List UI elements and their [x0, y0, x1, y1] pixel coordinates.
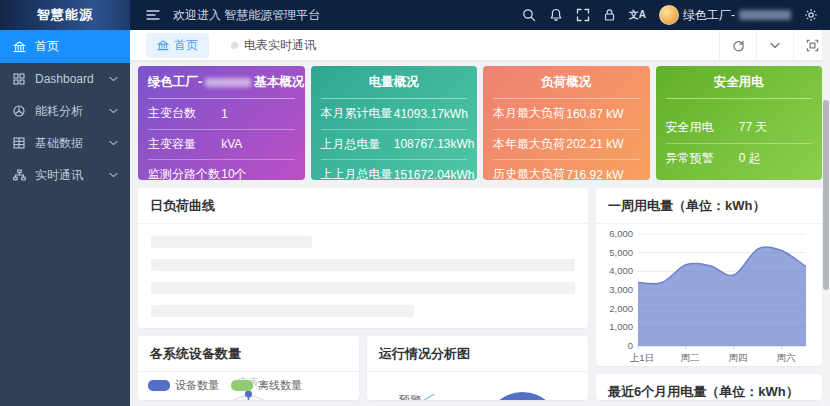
svg-text:6,000: 6,000: [609, 228, 633, 239]
chevron-down-icon: [109, 108, 118, 114]
overview-card-basic: 绿色工厂-基本概况 主变台数 1 主变容量 kVA 监测分路个数 10个: [138, 66, 305, 180]
tab-home[interactable]: 首页: [146, 33, 209, 58]
panel-title: 一周用电量（单位：kWh）: [596, 188, 822, 224]
table-icon: [12, 137, 26, 149]
sidebar-item-label: 能耗分析: [35, 103, 83, 120]
user-menu[interactable]: 绿色工厂-: [659, 5, 791, 25]
metric-row: 上月总电量 108767.13kWh: [321, 130, 468, 161]
pie-chart: 预警: [367, 372, 588, 400]
overview-card-safety: 安全用电 安全用电 77 天 异常预警 0 起: [656, 66, 823, 180]
lock-icon[interactable]: [603, 8, 616, 22]
card-title-redacted: [205, 78, 251, 87]
sidebar-item-home[interactable]: 首页: [0, 30, 130, 63]
metric-value: 10个: [221, 166, 246, 180]
bank-icon: [12, 41, 26, 53]
metric-row: 历史最大负荷 716.92 kW: [493, 160, 640, 180]
legend-item-devices[interactable]: 设备数量: [148, 378, 219, 393]
card-title: 电量概况: [321, 66, 468, 99]
metric-value: 1: [221, 107, 228, 121]
overview-card-load: 负荷概况 本月最大负荷 160.87 kW 本年最大负荷 202.21 kW 历…: [483, 66, 650, 180]
panel-device-count: 各系统设备数量 电表 水表 用电安全: [138, 336, 359, 400]
translate-icon[interactable]: 文A: [629, 8, 646, 22]
metric-row: 异常预警 0 起: [666, 144, 813, 174]
legend-item-offline[interactable]: 离线数量: [231, 378, 302, 393]
metric-row: 安全用电 77 天: [666, 113, 813, 144]
sidebar-item-realtime-comm[interactable]: 实时通讯: [0, 159, 130, 191]
settings-gear-icon[interactable]: [804, 8, 818, 22]
svg-text:周二: 周二: [681, 352, 700, 363]
svg-text:周六: 周六: [777, 352, 797, 363]
bell-icon[interactable]: [549, 8, 563, 22]
metric-row: 监测分路个数 10个: [148, 160, 295, 180]
svg-text:5,000: 5,000: [609, 247, 633, 258]
chevron-down-icon: [109, 140, 118, 146]
metric-label: 主变台数: [148, 105, 221, 122]
tab-dot-icon: [231, 42, 238, 49]
metric-value: 41093.17kWh: [394, 107, 468, 121]
metric-value: 0 起: [739, 150, 761, 167]
metric-row: 本年最大负荷 202.21 kW: [493, 130, 640, 161]
legend-label: 离线数量: [258, 378, 302, 393]
sidebar-item-base-data[interactable]: 基础数据: [0, 127, 130, 159]
skeleton-bar: [151, 305, 414, 317]
scrollbar-thumb[interactable]: [823, 100, 829, 290]
card-title: 安全用电: [666, 66, 813, 99]
panel-six-month-energy: 最近6个月用电量（单位：kWh）: [596, 374, 822, 400]
sidebar-item-label: Dashboard: [35, 72, 94, 86]
panel-title: 各系统设备数量: [138, 336, 359, 372]
metric-value: kVA: [221, 137, 242, 151]
tab-meter-realtime[interactable]: 电表实时通讯: [231, 37, 316, 54]
scrollbar-track[interactable]: [822, 30, 830, 406]
refresh-icon[interactable]: [719, 30, 756, 60]
loading-skeleton: [138, 224, 588, 328]
metric-label: 上月总电量: [321, 136, 394, 153]
svg-text:2,000: 2,000: [609, 303, 633, 314]
app-logo: 智慧能源: [0, 0, 130, 30]
sidebar-item-label: 实时通讯: [35, 167, 83, 184]
metric-row: 主变台数 1: [148, 99, 295, 130]
svg-text:1,000: 1,000: [609, 321, 633, 332]
skeleton-bar: [151, 259, 575, 271]
panel-weekly-energy: 一周用电量（单位：kWh） 01,0002,0003,0004,0005,000…: [596, 188, 822, 366]
metric-row: 上上月总电量 151672.04kWh: [321, 160, 468, 180]
search-icon[interactable]: [522, 8, 536, 22]
metric-label: 本年最大负荷: [493, 136, 566, 153]
gauge-icon: [12, 105, 26, 117]
panel-title: 最近6个月用电量（单位：kWh）: [596, 374, 822, 400]
user-avatar[interactable]: [659, 5, 679, 25]
metric-value: 77 天: [739, 119, 768, 136]
metric-value: 716.92 kW: [566, 168, 623, 180]
legend-label: 设备数量: [175, 378, 219, 393]
svg-text:4,000: 4,000: [609, 265, 633, 276]
card-title: 绿色工厂-基本概况: [148, 66, 295, 99]
stat-cards-row: 绿色工厂-基本概况 主变台数 1 主变容量 kVA 监测分路个数 10个: [138, 66, 822, 180]
svg-text:0: 0: [628, 340, 633, 351]
chevron-down-icon[interactable]: [756, 30, 793, 60]
legend-swatch: [148, 380, 170, 391]
sidebar-item-dashboard[interactable]: Dashboard: [0, 63, 130, 95]
tab-bar: 首页 电表实时通讯: [130, 30, 830, 60]
svg-text:上1日: 上1日: [630, 352, 654, 363]
fullscreen-icon[interactable]: [576, 8, 590, 22]
metric-label: 本月最大负荷: [493, 105, 566, 122]
svg-text:预警: 预警: [399, 394, 421, 400]
sidebar-item-label: 首页: [35, 38, 59, 55]
metric-label: 上上月总电量: [321, 166, 394, 180]
metric-label: 监测分路个数: [148, 166, 221, 180]
welcome-text: 欢迎进入 智慧能源管理平台: [173, 7, 320, 24]
metric-label: 异常预警: [666, 150, 739, 167]
metric-row: 本月最大负荷 160.87 kW: [493, 99, 640, 130]
panel-daily-load-curve: 日负荷曲线: [138, 188, 588, 328]
panel-title: 运行情况分析图: [367, 336, 588, 372]
overview-card-energy: 电量概况 本月累计电量 41093.17kWh 上月总电量 108767.13k…: [311, 66, 478, 180]
grid-icon: [12, 73, 26, 85]
metric-row: 主变容量 kVA: [148, 130, 295, 161]
user-name: 绿色工厂-: [683, 7, 735, 24]
metric-value: 108767.13kWh: [394, 137, 475, 151]
weekly-area-chart: 01,0002,0003,0004,0005,0006,000上1日周二周四周六: [602, 226, 814, 366]
metric-label: 本月累计电量: [321, 105, 394, 122]
sidebar-item-energy-analysis[interactable]: 能耗分析: [0, 95, 130, 127]
tab-label: 电表实时通讯: [244, 37, 316, 54]
metric-label: 主变容量: [148, 136, 221, 153]
menu-collapse-icon[interactable]: [146, 9, 160, 21]
